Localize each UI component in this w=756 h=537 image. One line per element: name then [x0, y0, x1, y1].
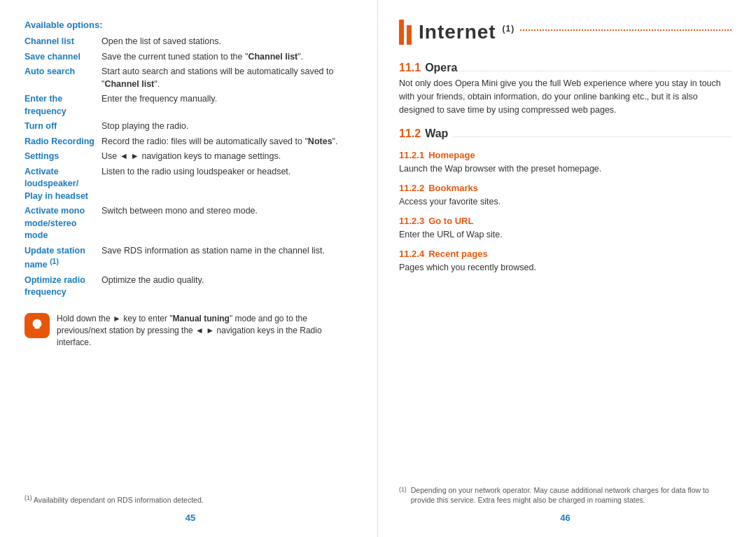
option-term: Channel list: [24, 34, 102, 50]
chapter-bars-icon: [399, 20, 412, 45]
option-term: Settings: [24, 149, 102, 165]
footnote-superscript: (1): [399, 485, 407, 505]
lightbulb-icon: [29, 318, 45, 333]
section-11-1-title: Opera: [425, 62, 457, 74]
option-term: Auto search: [24, 64, 102, 92]
option-term: Save channel: [24, 50, 102, 65]
left-page-number: 45: [24, 512, 356, 523]
available-options-heading: Available options:: [24, 20, 356, 30]
table-row: Channel list Open the list of saved stat…: [24, 34, 356, 50]
option-desc: Start auto search and stations will be a…: [102, 64, 356, 92]
options-table: Channel list Open the list of saved stat…: [24, 34, 356, 300]
section-dots: [452, 137, 732, 137]
section-11-2-title: Wap: [425, 127, 448, 140]
option-term: Activate loudspeaker/ Play in headset: [24, 165, 102, 204]
option-desc: Enter the frequency manually.: [102, 92, 356, 119]
subsection-11-2-2-header: 11.2.2 Bookmarks: [399, 183, 732, 193]
option-term: Enter the frequency: [24, 92, 102, 119]
subsection-11-2-4-title: Recent pages: [428, 249, 488, 259]
subsection-11-2-3-body: Enter the URL of Wap site.: [399, 228, 732, 242]
chapter-title: Internet (1): [419, 21, 514, 43]
subsection-11-2-3-header: 11.2.3 Go to URL: [399, 216, 732, 226]
subsection-11-2-4-body: Pages which you recently browsed.: [399, 261, 732, 274]
option-desc: Record the radio: files will be automati…: [102, 134, 356, 150]
subsection-11-2-1-title: Homepage: [428, 150, 475, 160]
bar2: [407, 25, 412, 45]
right-footer: (1) Depending on your network operator. …: [399, 480, 732, 523]
option-desc: Save the current tuned station to the "C…: [102, 50, 356, 65]
left-footer: (1) Availability dependant on RDS inform…: [24, 481, 356, 523]
option-desc: Optimize the audio quality.: [102, 273, 356, 300]
option-term: Turn off: [24, 119, 102, 134]
footnote-text: Depending on your network operator. May …: [411, 485, 732, 505]
option-desc: Stop playing the radio.: [102, 119, 356, 134]
subsection-11-2-2-body: Access your favorite sites.: [399, 195, 732, 209]
page-spread: Available options: Channel list Open the…: [0, 0, 756, 537]
right-page: Internet (1) 11.1 Opera Not only does Op…: [378, 0, 756, 537]
subsection-11-2-4-header: 11.2.4 Recent pages: [399, 249, 732, 259]
right-page-number: 46: [399, 512, 732, 523]
table-row: Activate mono mode/stereo mode Switch be…: [24, 204, 356, 244]
section-dots: [461, 71, 732, 71]
left-page: Available options: Channel list Open the…: [0, 0, 378, 537]
subsection-11-2-3-title: Go to URL: [428, 216, 473, 226]
subsection-11-2-1-header: 11.2.1 Homepage: [399, 150, 732, 160]
subsection-11-2-3-number: 11.2.3: [399, 216, 424, 226]
table-row: Settings Use ◄ ► navigation keys to mana…: [24, 149, 356, 165]
right-footnote: (1) Depending on your network operator. …: [399, 480, 732, 505]
subsection-11-2-1-number: 11.2.1: [399, 150, 424, 160]
subsection-11-2-2-number: 11.2.2: [399, 183, 424, 193]
section-11-1-body: Not only does Opera Mini give you the fu…: [399, 77, 732, 116]
option-desc: Switch between mono and stereo mode.: [102, 204, 356, 244]
subsection-11-2-2-title: Bookmarks: [428, 183, 478, 193]
table-row: Optimize radio frequency Optimize the au…: [24, 273, 356, 300]
note-box: Hold down the ► key to enter "Manual tun…: [24, 313, 356, 349]
bar1: [399, 20, 404, 45]
section-11-1-header: 11.1 Opera: [399, 62, 732, 74]
section-11-2-header: 11.2 Wap: [399, 127, 732, 140]
table-row: Auto search Start auto search and statio…: [24, 64, 356, 92]
table-row: Activate loudspeaker/ Play in headset Li…: [24, 165, 356, 204]
option-desc: Open the list of saved stations.: [102, 34, 356, 50]
table-row: Save channel Save the current tuned stat…: [24, 50, 356, 65]
option-desc: Use ◄ ► navigation keys to manage settin…: [102, 149, 356, 165]
chapter-header: Internet (1): [399, 20, 732, 45]
table-row: Turn off Stop playing the radio.: [24, 119, 356, 134]
option-term: Radio Recording: [24, 134, 102, 150]
option-term: Update station name (1): [24, 244, 102, 273]
option-desc: Save RDS information as station name in …: [102, 244, 356, 273]
option-term: Optimize radio frequency: [24, 273, 102, 300]
table-row: Update station name (1) Save RDS informa…: [24, 244, 356, 273]
left-footnote: (1) Availability dependant on RDS inform…: [24, 496, 204, 504]
radio-icon: [24, 313, 50, 338]
chapter-dots: [520, 29, 732, 31]
table-row: Radio Recording Record the radio: files …: [24, 134, 356, 150]
section-11-2-number: 11.2: [399, 127, 421, 140]
note-content: Hold down the ► key to enter "Manual tun…: [57, 313, 356, 349]
option-desc: Listen to the radio using loudspeaker or…: [102, 165, 356, 204]
section-11-1-number: 11.1: [399, 62, 421, 74]
option-term: Activate mono mode/stereo mode: [24, 204, 102, 244]
subsection-11-2-1-body: Launch the Wap browser with the preset h…: [399, 162, 732, 176]
table-row: Enter the frequency Enter the frequency …: [24, 92, 356, 119]
subsection-11-2-4-number: 11.2.4: [399, 249, 424, 259]
